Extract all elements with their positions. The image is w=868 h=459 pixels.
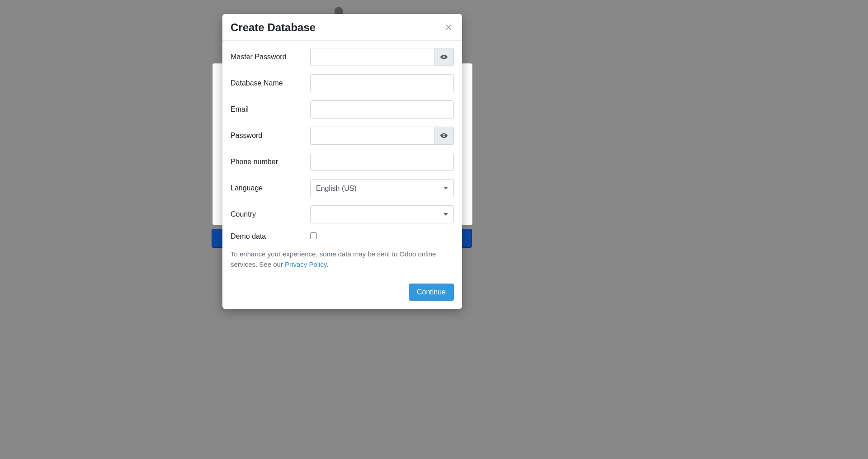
label-demo-data: Demo data: [231, 232, 310, 241]
row-email: Email: [231, 100, 454, 118]
label-email: Email: [231, 105, 310, 114]
input-group-master-password: [310, 48, 454, 66]
demo-data-checkbox[interactable]: [310, 232, 317, 239]
master-password-input[interactable]: [310, 48, 434, 66]
close-button[interactable]: ×: [443, 21, 454, 33]
toggle-master-password-visibility[interactable]: [434, 48, 454, 66]
row-language: Language English (US): [231, 179, 454, 197]
database-name-input[interactable]: [310, 74, 454, 92]
row-database-name: Database Name: [231, 74, 454, 92]
phone-number-input[interactable]: [310, 153, 454, 171]
label-database-name: Database Name: [231, 79, 310, 87]
row-demo-data: Demo data: [231, 232, 454, 241]
toggle-password-visibility[interactable]: [434, 127, 454, 145]
close-icon: ×: [445, 20, 452, 34]
password-input[interactable]: [310, 127, 434, 145]
privacy-policy-link[interactable]: Privacy Policy: [285, 260, 326, 268]
row-master-password: Master Password: [231, 48, 454, 66]
disclaimer-suffix: .: [326, 260, 328, 268]
language-select[interactable]: English (US): [310, 179, 454, 197]
modal-body: Master Password Database Name Email: [222, 41, 462, 277]
modal-header: Create Database ×: [222, 14, 462, 41]
input-group-password: [310, 127, 454, 145]
disclaimer-prefix: To enhance your experience, some data ma…: [231, 250, 436, 268]
modal-footer: Continue: [222, 277, 462, 309]
eye-icon: [440, 53, 448, 61]
row-country: Country: [231, 205, 454, 223]
create-database-modal: Create Database × Master Password Databa…: [222, 14, 462, 309]
country-select[interactable]: [310, 205, 454, 223]
row-password: Password: [231, 127, 454, 145]
email-input[interactable]: [310, 100, 454, 118]
disclaimer-text: To enhance your experience, some data ma…: [231, 249, 454, 270]
label-language: Language: [231, 184, 310, 192]
modal-title: Create Database: [231, 21, 316, 34]
label-country: Country: [231, 210, 310, 218]
row-phone-number: Phone number: [231, 153, 454, 171]
eye-icon: [440, 132, 448, 140]
continue-button[interactable]: Continue: [409, 284, 454, 301]
label-password: Password: [231, 132, 310, 140]
label-master-password: Master Password: [231, 53, 310, 61]
label-phone-number: Phone number: [231, 158, 310, 166]
